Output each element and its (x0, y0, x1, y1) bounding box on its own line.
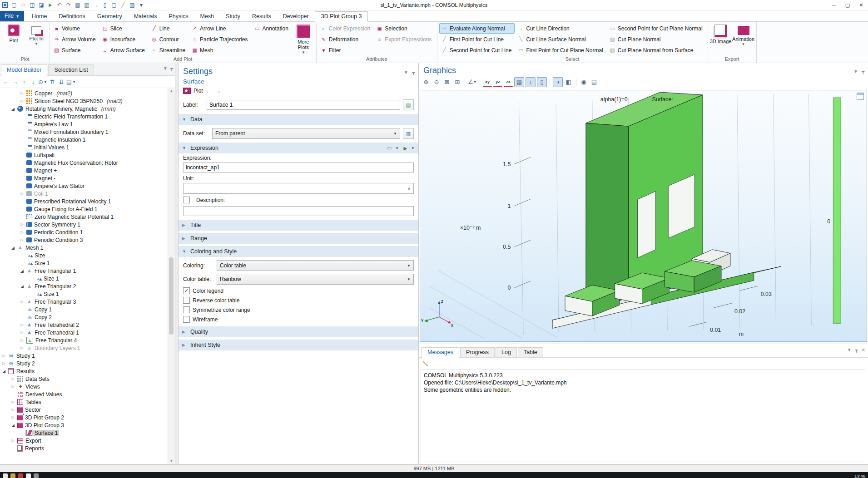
tree-item[interactable]: Luftspalt (0, 151, 175, 159)
save-icon[interactable]: ◫ (28, 1, 36, 9)
expand-all-icon[interactable]: ⇈ (48, 77, 56, 86)
tab-log[interactable]: Log (496, 347, 517, 357)
ribbon-tab-home[interactable]: Home (26, 12, 53, 21)
tree-item[interactable]: ▷▲Boundary Layers 1 (0, 344, 175, 352)
tree-item[interactable]: Mixed Formulation Boundary 1 (0, 128, 175, 136)
ribbon-tab-geometry[interactable]: Geometry (91, 12, 128, 21)
expand-icon[interactable]: ▷ (1, 354, 7, 358)
line-button[interactable]: ╱Line (149, 23, 188, 34)
cut-plane-normal-button[interactable]: ▨Cut Plane Normal (607, 34, 706, 44)
3d-image-button[interactable]: 3D Image (710, 23, 732, 54)
scene-light-button[interactable]: ◑ (553, 77, 563, 87)
expand-icon[interactable]: ▷ (10, 439, 16, 443)
back-icon[interactable]: ← (2, 77, 10, 86)
tree-item[interactable]: ◢3D Plot Group 3 (0, 421, 175, 429)
tree-item[interactable]: ▷Tables (0, 398, 175, 406)
tree-item[interactable]: ▷Periodic Condition 1 (0, 228, 175, 236)
wireframe-checkbox[interactable] (183, 316, 190, 323)
tree-item[interactable]: ▷Silicon Steel NGO 35PN250(mat3) (0, 97, 175, 105)
reverse-color-table-checkbox[interactable] (183, 297, 190, 304)
second-point-for-cut-line-button[interactable]: ╱Second Point for Cut Line (439, 45, 515, 55)
tree-item[interactable]: ▷Export (0, 437, 175, 444)
node-text-icon[interactable]: ▤▼ (66, 77, 76, 86)
tree-item[interactable]: Gauge Fixing for A-Field 1 (0, 205, 175, 213)
qat-more-icon[interactable]: ▾ (137, 1, 145, 9)
symmetrize-color-range-checkbox[interactable] (183, 306, 190, 313)
settings-menu-icon[interactable]: ▼ (404, 70, 408, 75)
print-button[interactable]: ▤ (590, 78, 599, 87)
section-data[interactable]: ▼ Data (179, 114, 418, 125)
description-checkbox[interactable] (183, 197, 190, 203)
goto-source-button[interactable]: ▥ (403, 128, 414, 139)
expand-icon[interactable]: ▷ (10, 384, 16, 389)
move-up-icon[interactable]: ↑ (20, 77, 28, 86)
ribbon-tab-file[interactable]: File▼ (0, 11, 24, 21)
expand-icon[interactable]: ▷ (10, 408, 16, 412)
expand-icon[interactable]: ▷ (19, 300, 25, 304)
tree-item[interactable]: ▷Data Sets (0, 375, 175, 383)
plot-in-button[interactable]: Plot In▼ (25, 23, 47, 54)
tree-item[interactable]: ▷∞Study 1 (0, 352, 175, 360)
tree-item[interactable]: ◢▲Free Triangular 2 (0, 282, 175, 290)
scroll-down-icon[interactable]: ▼ (170, 459, 174, 463)
collapse-icon[interactable]: ◢ (10, 423, 16, 428)
particle-trajectories-button[interactable]: ∴Particle Trajectories (189, 34, 251, 44)
expand-icon[interactable]: ▷ (10, 415, 16, 419)
zoom-out-button[interactable]: ⊖ (432, 78, 441, 87)
dropdown-arrow-icon[interactable]: ▼ (411, 146, 415, 150)
tree-item[interactable]: ▲Size 1 (0, 275, 175, 282)
taskbar-app-4[interactable] (26, 473, 31, 478)
animation-button[interactable]: Animation▼ (733, 23, 754, 54)
collapse-icon[interactable]: ◢ (1, 369, 7, 374)
slice-button[interactable]: ◫Slice (100, 23, 148, 34)
move-down-icon[interactable]: ↓ (29, 77, 37, 86)
tree-item[interactable]: ▷Periodic Condition 3 (0, 236, 175, 244)
default-3d-view-button[interactable]: ∠▼ (468, 78, 477, 87)
expand-icon[interactable]: ▷ (19, 346, 25, 350)
next-node-icon[interactable]: → (215, 87, 221, 94)
plot-button[interactable]: Plot (3, 23, 25, 54)
section-range[interactable]: ▶ Range (179, 233, 418, 244)
streamline-button[interactable]: ≈Streamline (149, 45, 188, 55)
more-plots-button[interactable]: More Plots▼ (293, 23, 314, 55)
tree-item[interactable]: ▷Sector Symmetry 1 (0, 221, 175, 228)
expand-icon[interactable]: ▷ (10, 377, 16, 381)
taskbar-app-3[interactable] (18, 473, 23, 478)
tab-table[interactable]: Table (518, 347, 543, 357)
ribbon-tab-3d-plot-group-3[interactable]: 3D Plot Group 3 (315, 11, 368, 22)
tree-item[interactable]: ▷▲Free Triangular 4 (0, 336, 175, 344)
arrow-surface-button[interactable]: →Arrow Surface (100, 45, 148, 55)
tree-item[interactable]: Magnetic Flux Conservation: Rotor (0, 159, 175, 167)
tree-item[interactable]: ▲Copy 2 (0, 313, 175, 321)
show-grid-button[interactable]: ▦ (514, 77, 524, 87)
section-coloring-style[interactable]: ▼ Coloring and Style (179, 246, 418, 257)
volume-button[interactable]: ■Volume (51, 23, 99, 34)
save-as-icon[interactable]: ◪ (37, 1, 45, 9)
tree-item[interactable]: ▷+Views (0, 383, 175, 390)
graphics-pin-icon[interactable]: ┳ (862, 69, 864, 74)
tree-item[interactable]: ▷Sector (0, 406, 175, 414)
forward-icon[interactable]: → (11, 77, 19, 86)
view-xy-button[interactable]: xy (483, 77, 492, 87)
clean-icon[interactable]: ╱ (119, 1, 127, 9)
section-title[interactable]: ▶ Title (179, 220, 418, 231)
plot-settings-icon[interactable] (857, 93, 864, 100)
collapse-icon[interactable]: ◢ (19, 284, 25, 289)
tree-item[interactable]: ▲Copy 1 (0, 306, 175, 313)
expand-icon[interactable]: ▷ (10, 400, 16, 404)
tree-item[interactable]: Magnetic Insulation 1 (0, 136, 175, 143)
dataset-dropdown[interactable]: From parent ▼ (212, 128, 400, 139)
tree-scrollbar[interactable]: ▲ ▼ (168, 88, 175, 464)
ribbon-tab-definitions[interactable]: Definitions (53, 12, 91, 21)
tree-item[interactable]: Ampère's Law 1 (0, 120, 175, 128)
tree-item[interactable]: ▷Copper(mat2) (0, 89, 175, 97)
taskbar-app-1[interactable] (3, 473, 8, 478)
tree-item[interactable]: ◢Rotating Machinery, Magnetic(rmm) (0, 105, 175, 113)
ribbon-tab-study[interactable]: Study (220, 12, 246, 21)
annotation-button[interactable]: ▭Annotation (252, 23, 291, 34)
first-point-for-cut-plane-normal-button[interactable]: ▭First Point for Cut Plane Normal (516, 45, 606, 55)
settings-plot-button[interactable]: Plot (193, 88, 203, 94)
ribbon-tab-results[interactable]: Results (246, 12, 277, 21)
maximize-button[interactable]: ▢ (841, 0, 854, 10)
mesh-button[interactable]: ▦Mesh (189, 45, 251, 55)
